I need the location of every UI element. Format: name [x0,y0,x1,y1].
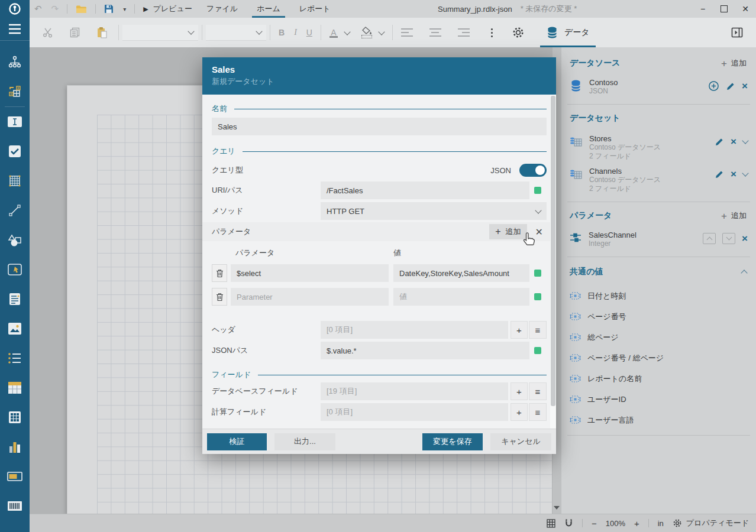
param-value-input[interactable]: 値 [393,288,529,306]
tool-table-icon[interactable] [0,373,30,403]
align-left-button[interactable] [396,22,418,43]
open-button[interactable] [71,0,92,18]
add-header-button[interactable]: + [511,321,528,339]
redo-button[interactable]: ↷ [47,0,64,18]
more-options-button[interactable] [486,22,497,43]
calc-fields-list-button[interactable]: ≡ [529,403,547,421]
delete-param-button[interactable] [212,288,227,306]
dataset-name-input[interactable]: Sales [212,118,547,135]
edit-dataset-icon[interactable] [715,137,724,147]
save-changes-button[interactable]: 変更を保存 [422,433,483,450]
jsonpath-input[interactable]: $.value.* [321,342,529,359]
cut-button[interactable] [38,22,58,43]
delete-datasource-icon[interactable]: × [742,81,748,91]
tool-tablix-icon[interactable] [0,166,30,196]
font-color-button[interactable]: A [325,22,343,43]
add-param-button[interactable]: + 追加 [489,224,526,239]
tab-data[interactable]: データ [538,18,598,47]
tool-barcode-icon[interactable] [0,491,30,521]
menu-report[interactable]: レポート [290,0,340,18]
fill-color-dropdown[interactable] [377,22,386,43]
uri-input[interactable]: /FactSales [321,181,529,199]
db-fields-input[interactable]: [19 項目] [321,382,508,400]
property-mode-button[interactable]: プロパティモード [673,518,749,528]
close-params-icon[interactable]: ✕ [535,226,543,238]
header-input[interactable]: [0 項目] [321,321,508,339]
tool-hierarchy-icon[interactable] [0,47,30,77]
tool-textbox-icon[interactable] [0,107,30,137]
common-value-page-of-total[interactable]: ページ番号 / 総ページ [561,348,756,368]
settings-button[interactable] [507,22,529,43]
font-size-select[interactable] [206,25,266,41]
query-type-toggle[interactable] [519,164,547,177]
menu-icon[interactable] [0,18,30,41]
bold-button[interactable]: B [274,22,289,43]
header-list-button[interactable]: ≡ [529,321,547,339]
add-calc-field-button[interactable]: + [511,403,528,421]
add-datasource-button[interactable]: + 追加 [721,58,747,69]
menu-home[interactable]: ホーム [247,0,290,18]
edit-datasource-icon[interactable] [726,82,735,91]
underline-button[interactable]: U [302,22,317,43]
save-button[interactable] [99,0,118,18]
common-value-page-number[interactable]: ページ番号 [561,306,756,327]
font-family-select[interactable] [122,25,198,41]
collapse-section-icon[interactable] [741,270,747,276]
common-value-report-name[interactable]: レポートの名前 [561,368,756,389]
collapse-panel-button[interactable] [726,22,748,43]
db-fields-list-button[interactable]: ≡ [529,382,547,400]
param-value-input[interactable]: DateKey,StoreKey,SalesAmount [393,264,529,282]
tool-container-icon[interactable] [0,255,30,284]
param-name-input[interactable]: $select [231,264,389,282]
common-value-total-pages[interactable]: 総ページ [561,327,756,348]
tool-matrix-icon[interactable] [0,403,30,432]
zoom-out-button[interactable]: − [592,518,597,528]
delete-dataset-icon[interactable]: × [731,169,736,179]
align-center-button[interactable] [425,22,446,43]
fill-color-button[interactable] [357,22,377,43]
align-right-button[interactable] [453,22,474,43]
unit-label[interactable]: in [658,519,664,528]
move-down-button[interactable] [722,233,735,244]
scrollbar-thumb[interactable] [551,96,555,406]
output-button[interactable]: 出力... [274,433,335,450]
dialog-scrollbar[interactable] [550,95,556,429]
tool-checkbox-icon[interactable] [0,137,30,166]
undo-button[interactable]: ↶ [30,0,47,18]
delete-dataset-icon[interactable]: × [731,137,736,147]
method-select[interactable]: HTTP GET [321,202,547,220]
preview-button[interactable]: ▶ プレビュー [138,0,197,18]
tool-list-icon[interactable] [0,343,30,373]
move-up-button[interactable] [703,233,716,244]
copy-button[interactable] [65,22,85,43]
tool-image-icon[interactable] [0,314,30,343]
tool-line-icon[interactable] [0,196,30,225]
tool-shape-icon[interactable] [0,225,30,255]
tool-chart-icon[interactable] [0,432,30,462]
minimize-button[interactable]: − [692,0,713,18]
expand-dataset-icon[interactable] [742,137,748,144]
dataset-item-channels[interactable]: Channels Contoso データソース 2 フィールド × [561,167,756,193]
datasource-item-contoso[interactable]: Contoso JSON × [561,78,756,96]
add-dataset-icon[interactable] [708,80,719,92]
delete-param-button[interactable] [212,264,227,282]
common-value-user-id[interactable]: ユーザーID [561,389,756,410]
font-color-dropdown[interactable] [343,22,352,43]
add-parameter-button[interactable]: + 追加 [721,210,747,221]
tool-bullet-icon[interactable] [0,462,30,491]
italic-button[interactable]: I [289,22,302,43]
common-value-date-time[interactable]: 日付と時刻 [561,286,756,306]
paste-button[interactable] [92,22,112,43]
cancel-button[interactable]: キャンセル [490,433,551,450]
dataset-item-stores[interactable]: Stores Contoso データソース 2 フィールド × [561,134,756,161]
snap-toggle-button[interactable] [564,518,573,528]
grid-toggle-button[interactable] [547,519,555,528]
tool-richtext-icon[interactable] [0,284,30,314]
scroll-down-arrow-icon[interactable] [554,506,560,510]
add-db-field-button[interactable]: + [511,382,528,400]
close-button[interactable]: ✕ [735,0,756,18]
menu-file[interactable]: ファイル [197,0,247,18]
expand-dataset-icon[interactable] [742,170,748,176]
zoom-in-button[interactable]: + [634,518,639,528]
delete-parameter-icon[interactable]: × [742,233,748,244]
